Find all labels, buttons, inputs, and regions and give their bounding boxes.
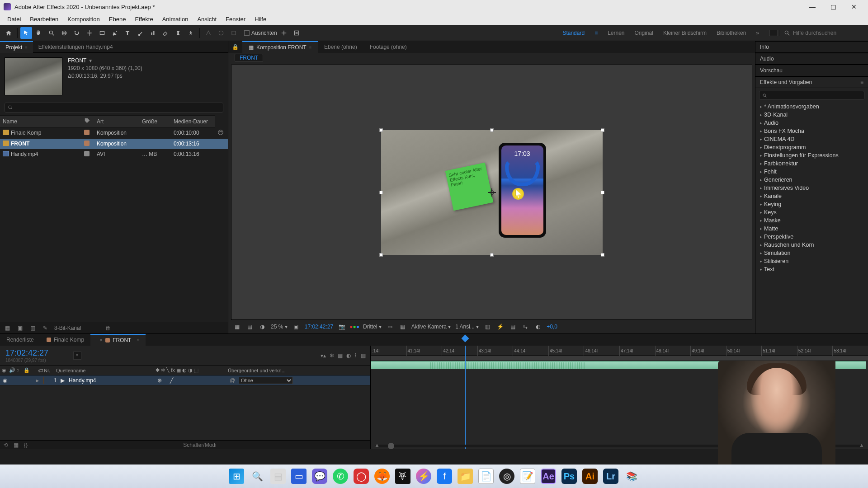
composition-viewer[interactable]: Sehr cooler After Effects Kurs, Peter! 1… bbox=[231, 65, 752, 320]
effects-category[interactable]: ▸Einstellungen für Expressions bbox=[757, 151, 866, 160]
pen-tool[interactable] bbox=[109, 27, 121, 39]
handle-bl[interactable] bbox=[379, 253, 383, 257]
draft3d-icon[interactable]: ❄ bbox=[330, 352, 334, 359]
workspace-overflow-icon[interactable]: » bbox=[756, 30, 759, 36]
close-button[interactable]: ✕ bbox=[844, 0, 864, 14]
type-tool[interactable] bbox=[122, 27, 133, 39]
handle-br[interactable] bbox=[601, 253, 604, 257]
workspace-lernen[interactable]: Lernen bbox=[608, 30, 624, 36]
effects-category[interactable]: ▸* Animationsvorgaben bbox=[757, 103, 866, 111]
layer-expand-icon[interactable]: ▸ bbox=[36, 377, 43, 384]
snapshot-icon[interactable]: 📷 bbox=[338, 323, 346, 331]
res-dropdown[interactable]: Drittel ▾ bbox=[363, 324, 382, 330]
anchor-tool[interactable] bbox=[84, 27, 95, 39]
transparency-icon[interactable]: ▦ bbox=[399, 323, 407, 331]
taskbar-search[interactable]: 🔍 bbox=[250, 469, 265, 484]
viewer-timecode[interactable]: 17:02:42:27 bbox=[305, 324, 333, 330]
menu-hilfe[interactable]: Hilfe bbox=[250, 14, 271, 25]
new-folder-icon[interactable]: ▣ bbox=[16, 324, 24, 332]
menu-ansicht[interactable]: Ansicht bbox=[193, 14, 221, 25]
effects-category[interactable]: ▸Boris FX Mocha bbox=[757, 127, 866, 135]
effects-category[interactable]: ▸Audio bbox=[757, 119, 866, 127]
timeline-search-input[interactable] bbox=[73, 352, 81, 360]
layer-sw-aa[interactable]: ╱ bbox=[170, 377, 173, 384]
tab-projekt[interactable]: Projekt≡ bbox=[0, 41, 33, 53]
panel-vorschau[interactable]: Vorschau bbox=[755, 65, 868, 76]
graph-editor-icon[interactable]: ⌇ bbox=[354, 352, 357, 359]
taskbar-messenger[interactable]: ⚡ bbox=[416, 469, 431, 484]
workspace-menu-icon[interactable]: ≡ bbox=[594, 30, 598, 36]
handle-ml[interactable] bbox=[379, 191, 383, 194]
taskbar-facebook[interactable]: f bbox=[437, 469, 452, 484]
layer-sw-quality[interactable]: ⊕ bbox=[157, 377, 162, 384]
effects-category[interactable]: ▸Dienstprogramm bbox=[757, 143, 866, 151]
col-parent[interactable]: Übergeordnet und verkn... bbox=[226, 368, 316, 373]
snap-checkbox[interactable]: Ausrichten bbox=[244, 30, 277, 36]
col-nr[interactable]: Nr. bbox=[44, 368, 50, 373]
taskbar-after-effects[interactable]: Ae bbox=[541, 469, 556, 484]
exposure-reset-icon[interactable]: ◐ bbox=[534, 323, 542, 331]
selection-tool[interactable] bbox=[20, 27, 32, 39]
effects-search-input[interactable] bbox=[759, 91, 864, 100]
handle-tr[interactable] bbox=[601, 128, 604, 132]
brainstorm-icon[interactable]: ▥ bbox=[361, 352, 366, 359]
project-item-finale-komp[interactable]: Finale Komp Komposition0:00:10:00 bbox=[0, 127, 228, 139]
zoom-tool[interactable] bbox=[46, 27, 57, 39]
taskbar-firefox[interactable]: 🦊 bbox=[374, 469, 390, 484]
views-dropdown[interactable]: 1 Ansi... ▾ bbox=[455, 324, 479, 330]
taskbar-whatsapp[interactable]: ✆ bbox=[333, 469, 348, 484]
handle-bc[interactable] bbox=[490, 253, 494, 257]
workspace-reset-icon[interactable] bbox=[769, 30, 778, 36]
time-ruler[interactable]: :14f41:14f42:14f43:14f44:14f45:14f46:14f… bbox=[371, 346, 868, 356]
res-half-icon[interactable]: ▣ bbox=[292, 323, 300, 331]
zoom-handle[interactable] bbox=[388, 443, 394, 449]
effects-category[interactable]: ▸Immersives Video bbox=[757, 184, 866, 192]
handle-tl[interactable] bbox=[379, 128, 383, 132]
menu-effekte[interactable]: Effekte bbox=[130, 14, 157, 25]
workspace-kleiner[interactable]: Kleiner Bildschirm bbox=[663, 30, 707, 36]
effects-category[interactable]: ▸Generieren bbox=[757, 176, 866, 184]
grid-icon[interactable]: ▤ bbox=[245, 323, 254, 331]
puppet-tool[interactable] bbox=[185, 27, 197, 39]
col-name[interactable]: Name bbox=[0, 116, 81, 127]
menu-bearbeiten[interactable]: Bearbeiten bbox=[25, 14, 63, 25]
workspace-original[interactable]: Original bbox=[635, 30, 653, 36]
timeline-icon[interactable]: ▤ bbox=[509, 323, 517, 331]
project-bits[interactable]: 8-Bit-Kanal bbox=[54, 325, 81, 331]
shy-toggle-icon[interactable]: ▾▴ bbox=[321, 352, 326, 359]
effects-category[interactable]: ▸Farbkorrektur bbox=[757, 160, 866, 168]
panel-audio[interactable]: Audio bbox=[755, 53, 868, 65]
menu-datei[interactable]: Datei bbox=[3, 14, 25, 25]
workspace-bibliotheken[interactable]: Bibliotheken bbox=[717, 30, 746, 36]
effects-category[interactable]: ▸Fehlt bbox=[757, 168, 866, 176]
clone-tool[interactable] bbox=[147, 27, 159, 39]
effects-category[interactable]: ▸3D-Kanal bbox=[757, 111, 866, 119]
sw-frameblend-icon[interactable]: ▦ bbox=[176, 367, 181, 373]
toggle-inout-icon[interactable]: {} bbox=[24, 442, 28, 448]
effects-category[interactable]: ▸Keying bbox=[757, 200, 866, 208]
col-art[interactable]: Art bbox=[94, 116, 139, 127]
effects-category[interactable]: ▸Kanäle bbox=[757, 192, 866, 200]
tab-komposition[interactable]: ▦Komposition FRONT≡ bbox=[242, 41, 318, 53]
layer-video-toggle[interactable]: ◉ bbox=[2, 377, 8, 384]
search-toggle-icon[interactable] bbox=[291, 27, 302, 39]
workspace-standard[interactable]: Standard bbox=[562, 30, 585, 36]
handle-tc[interactable] bbox=[490, 128, 494, 132]
rotate-tool[interactable] bbox=[71, 27, 83, 39]
col-dur[interactable]: Medien-Dauer bbox=[171, 116, 215, 127]
col-quellenname[interactable]: Quellenname bbox=[54, 368, 154, 373]
zoom-dropdown[interactable]: 25 % ▾ bbox=[271, 324, 288, 330]
taskbar-file-explorer[interactable]: 📁 bbox=[458, 469, 473, 484]
zoom-out-icon[interactable]: ▲ bbox=[374, 442, 380, 448]
taskbar-app-note[interactable]: 📄 bbox=[478, 469, 494, 484]
trash-icon[interactable]: 🗑 bbox=[104, 324, 112, 332]
region-icon[interactable]: ▭ bbox=[386, 323, 394, 331]
tab-effekt-einstellungen[interactable]: Effekteinstellungen Handy.mp4 bbox=[33, 41, 118, 53]
mask-icon[interactable]: ◑ bbox=[258, 323, 266, 331]
handle-mr[interactable] bbox=[601, 191, 604, 194]
taskbar-app-stack[interactable]: 📚 bbox=[624, 469, 639, 484]
hand-tool[interactable] bbox=[33, 27, 45, 39]
tab-finale-komp[interactable]: Finale Komp bbox=[40, 334, 90, 346]
roto-tool[interactable] bbox=[172, 27, 184, 39]
taskbar-app-black[interactable]: ⛧ bbox=[395, 469, 410, 484]
